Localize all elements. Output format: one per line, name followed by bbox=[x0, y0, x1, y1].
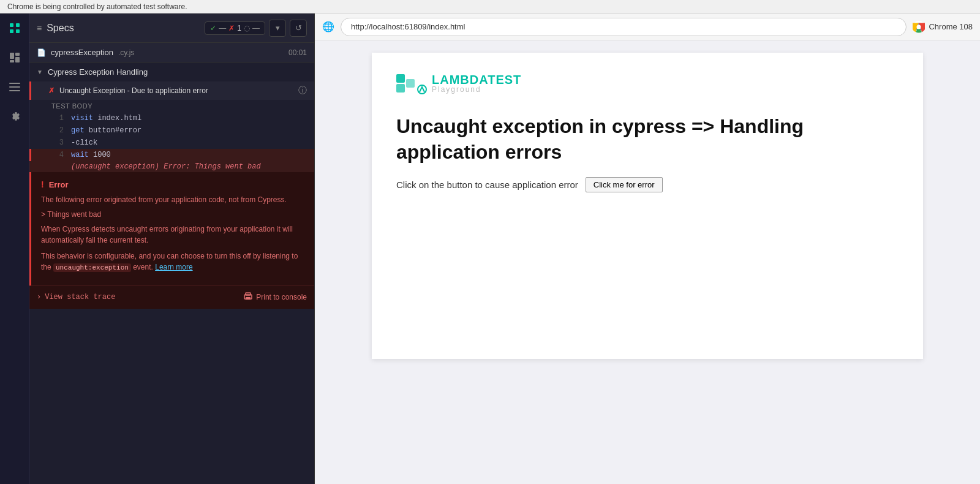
print-console-label: Print to console bbox=[256, 293, 307, 301]
svg-rect-10 bbox=[9, 90, 20, 91]
file-name: cypressException bbox=[51, 48, 113, 57]
chrome-logo-icon bbox=[913, 21, 925, 33]
svg-rect-1 bbox=[16, 23, 20, 27]
suite-name: Cypress Exception Handling bbox=[48, 67, 148, 77]
dash2: — bbox=[252, 24, 260, 32]
hamburger-icon[interactable]: ≡ bbox=[37, 23, 42, 33]
svg-rect-5 bbox=[15, 53, 20, 56]
exclaim-icon: ! bbox=[41, 180, 44, 189]
settings-icon[interactable] bbox=[5, 107, 24, 126]
web-page: LAMBDATEST Playground Uncaught exception… bbox=[372, 53, 923, 359]
globe-icon: 🌐 bbox=[322, 21, 334, 32]
fail-x-icon: ✗ bbox=[48, 86, 55, 95]
dash1: — bbox=[219, 24, 226, 32]
svg-rect-9 bbox=[9, 86, 20, 88]
error-title: Error bbox=[49, 180, 69, 189]
fail-count: 1 bbox=[237, 24, 241, 32]
lambda-name: LAMBDATEST bbox=[432, 74, 521, 86]
specs-title: Specs bbox=[47, 23, 74, 34]
automation-banner: Chrome is being controlled by automated … bbox=[0, 0, 980, 13]
browser-area: 🌐 http://localhost:61809/index.html Chro… bbox=[315, 13, 980, 484]
pending-icon: ◌ bbox=[244, 24, 250, 32]
url-bar[interactable]: http://localhost:61809/index.html bbox=[341, 18, 907, 36]
code-line-2: 2 get button#error bbox=[29, 124, 314, 137]
cypress-header: ≡ Specs ✓ — ✗ 1 ◌ — ▾ ↺ bbox=[29, 13, 314, 43]
error-footer: › View stack trace Print to console bbox=[29, 285, 314, 309]
browser-viewport: LAMBDATEST Playground Uncaught exception… bbox=[315, 40, 980, 484]
svg-rect-0 bbox=[10, 23, 13, 27]
chevron-down-button[interactable]: ▾ bbox=[269, 20, 286, 37]
code-lines: 1 visit index.html 2 get button#error 3 … bbox=[29, 112, 314, 172]
svg-rect-18 bbox=[396, 74, 405, 83]
svg-rect-6 bbox=[15, 57, 20, 62]
chevron-right-icon: › bbox=[37, 293, 41, 301]
svg-rect-7 bbox=[10, 60, 14, 62]
code-line-1: 1 visit index.html bbox=[29, 112, 314, 124]
svg-point-17 bbox=[917, 25, 921, 29]
code-line-3: 3 -click bbox=[29, 137, 314, 149]
test-content: ▼ Cypress Exception Handling ✗ Uncaught … bbox=[29, 62, 314, 484]
lambda-logo-icon bbox=[396, 71, 427, 96]
page-subtitle-text: Click on the button to cause application… bbox=[396, 180, 578, 190]
refresh-button[interactable]: ↺ bbox=[290, 20, 307, 37]
url-text: http://localhost:61809/index.html bbox=[351, 22, 465, 31]
learn-more-link[interactable]: Learn more bbox=[155, 263, 192, 271]
svg-rect-13 bbox=[246, 297, 251, 300]
error-inline: (uncaught exception) Error: Things went … bbox=[29, 161, 314, 172]
lambda-sub: Playground bbox=[432, 86, 521, 93]
page-title: Uncaught exception in cypress => Handlin… bbox=[396, 114, 899, 165]
svg-rect-2 bbox=[10, 29, 13, 33]
test-suite-header: ▼ Cypress Exception Handling bbox=[29, 62, 314, 81]
click-me-button[interactable]: Click me for error bbox=[586, 177, 663, 192]
file-extension: .cy.js bbox=[118, 48, 134, 57]
list-icon[interactable] bbox=[5, 77, 24, 97]
test-case-name: Uncaught Exception - Due to application … bbox=[59, 86, 208, 95]
file-icon: 📄 bbox=[37, 48, 46, 57]
fail-icon: ✗ bbox=[228, 24, 235, 32]
cypress-panel: ≡ Specs ✓ — ✗ 1 ◌ — ▾ ↺ 📄 cypressExce bbox=[29, 13, 315, 484]
grid-icon[interactable] bbox=[5, 18, 24, 38]
error-block: ! Error The following error originated f… bbox=[29, 172, 314, 285]
error-quote: > Things went bad bbox=[41, 210, 307, 219]
sidebar bbox=[0, 13, 29, 484]
error-info-1: When Cypress detects uncaught errors ori… bbox=[41, 224, 307, 246]
print-console-button[interactable]: Print to console bbox=[244, 292, 307, 303]
error-header: ! Error bbox=[41, 180, 307, 189]
status-bar: ✓ — ✗ 1 ◌ — bbox=[205, 21, 265, 35]
svg-rect-19 bbox=[396, 84, 405, 93]
svg-rect-8 bbox=[9, 83, 20, 84]
file-time: 00:01 bbox=[288, 48, 307, 57]
banner-text: Chrome is being controlled by automated … bbox=[7, 2, 187, 11]
svg-rect-20 bbox=[406, 79, 415, 88]
stack-trace-label: View stack trace bbox=[45, 293, 115, 301]
svg-rect-4 bbox=[10, 53, 14, 59]
chevron-icon: ▼ bbox=[37, 69, 43, 75]
error-description: The following error originated from your… bbox=[41, 194, 307, 205]
stack-trace-button[interactable]: › View stack trace bbox=[37, 293, 115, 301]
error-info-2: This behavior is configurable, and you c… bbox=[41, 251, 307, 273]
page-subtitle: Click on the button to cause application… bbox=[396, 177, 899, 192]
pass-icon: ✓ bbox=[210, 24, 216, 32]
code-line-4: 4 wait 1000 bbox=[29, 149, 314, 161]
chrome-badge: Chrome 108 bbox=[913, 21, 973, 33]
browser-toolbar: 🌐 http://localhost:61809/index.html Chro… bbox=[315, 13, 980, 40]
test-body-label: TEST BODY bbox=[29, 100, 314, 112]
svg-rect-3 bbox=[16, 29, 20, 33]
print-icon bbox=[244, 292, 252, 303]
chrome-version-text: Chrome 108 bbox=[929, 22, 973, 31]
info-icon[interactable]: ⓘ bbox=[298, 85, 307, 96]
lambdatest-logo: LAMBDATEST Playground bbox=[396, 71, 899, 96]
test-case-row: ✗ Uncaught Exception - Due to applicatio… bbox=[29, 81, 314, 100]
svg-rect-12 bbox=[246, 293, 251, 295]
dashboard-icon[interactable] bbox=[5, 48, 24, 67]
error-code-inline: uncaught:exception bbox=[53, 263, 131, 272]
file-row: 📄 cypressException .cy.js 00:01 bbox=[29, 43, 314, 62]
